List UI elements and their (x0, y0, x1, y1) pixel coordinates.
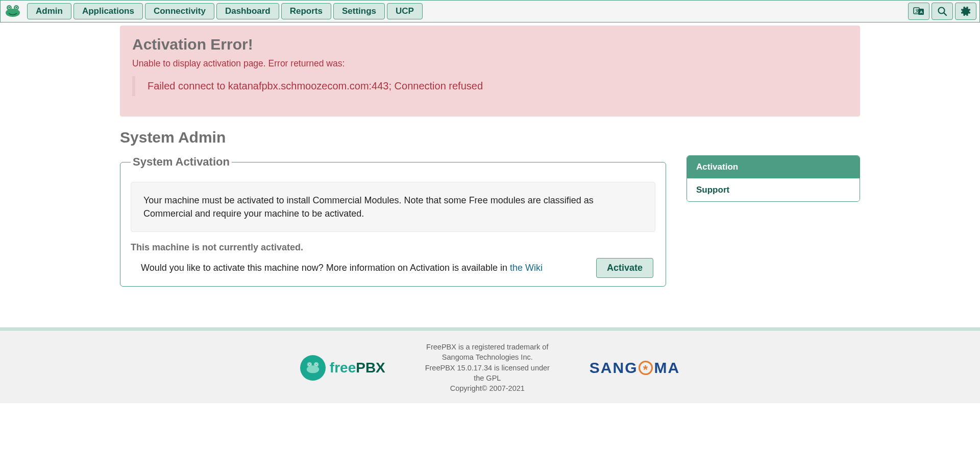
sangoma-post: MA (654, 359, 680, 377)
main-container: Activation Error! Unable to display acti… (110, 26, 870, 287)
svg-point-16 (309, 364, 310, 365)
nav-connectivity[interactable]: Connectivity (145, 3, 214, 19)
not-activated-text: This machine is not currently activated. (131, 242, 655, 253)
sangoma-logo[interactable]: SANGMA (590, 359, 680, 377)
alert-message: Unable to display activation page. Error… (132, 58, 848, 69)
nav-applications[interactable]: Applications (74, 3, 143, 19)
activate-row: Would you like to activate this machine … (131, 258, 655, 278)
nav-reports[interactable]: Reports (281, 3, 331, 19)
panel-legend: System Activation (131, 155, 232, 169)
gear-icon[interactable] (955, 3, 976, 20)
svg-point-19 (307, 365, 319, 373)
alert-activation-error: Activation Error! Unable to display acti… (120, 26, 860, 116)
system-activation-panel: System Activation Your machine must be a… (120, 155, 666, 287)
svg-point-5 (16, 7, 17, 8)
footer-line3: Copyright© 2007-2021 (421, 383, 554, 393)
sidebar-item-support[interactable]: Support (687, 179, 860, 201)
wiki-link[interactable]: the Wiki (510, 263, 543, 273)
top-nav: Admin Applications Connectivity Dashboar… (0, 0, 980, 22)
sangoma-o-icon (639, 361, 653, 375)
page-title: System Admin (120, 129, 860, 146)
footer-line2: FreePBX 15.0.17.34 is licensed under the… (421, 363, 554, 384)
freepbx-logo[interactable]: freePBX (300, 355, 385, 381)
nav-ucp[interactable]: UCP (387, 3, 423, 19)
freepbx-text: freePBX (330, 360, 385, 376)
sidebar-item-activation[interactable]: Activation (687, 156, 860, 179)
svg-text:文: 文 (915, 9, 919, 13)
sangoma-pre: SANG (590, 359, 638, 377)
activation-info-well: Your machine must be activated to instal… (131, 182, 655, 232)
footer: freePBX FreePBX is a registered trademar… (0, 331, 980, 403)
activate-prompt-text: Would you like to activate this machine … (141, 263, 510, 273)
svg-line-12 (944, 13, 946, 15)
svg-point-3 (9, 7, 10, 8)
nav-settings[interactable]: Settings (333, 3, 385, 19)
svg-point-6 (6, 9, 20, 17)
activate-button[interactable]: Activate (596, 258, 653, 278)
footer-text: FreePBX is a registered trademark of San… (421, 342, 554, 393)
svg-point-18 (315, 364, 316, 365)
nav-right-group: 文 A (908, 3, 976, 20)
frog-logo-icon[interactable] (4, 4, 22, 18)
sidebar-list: Activation Support (687, 155, 860, 202)
search-icon[interactable] (932, 3, 953, 20)
nav-dashboard[interactable]: Dashboard (216, 3, 279, 19)
language-icon[interactable]: 文 A (908, 3, 929, 20)
activate-prompt: Would you like to activate this machine … (141, 263, 586, 273)
alert-detail: Failed connect to katanafpbx.schmoozecom… (132, 76, 848, 96)
svg-text:A: A (920, 10, 923, 14)
footer-line1: FreePBX is a registered trademark of San… (421, 342, 554, 363)
nav-admin[interactable]: Admin (27, 3, 71, 19)
alert-title: Activation Error! (132, 36, 848, 53)
frog-circle-icon (300, 355, 326, 381)
